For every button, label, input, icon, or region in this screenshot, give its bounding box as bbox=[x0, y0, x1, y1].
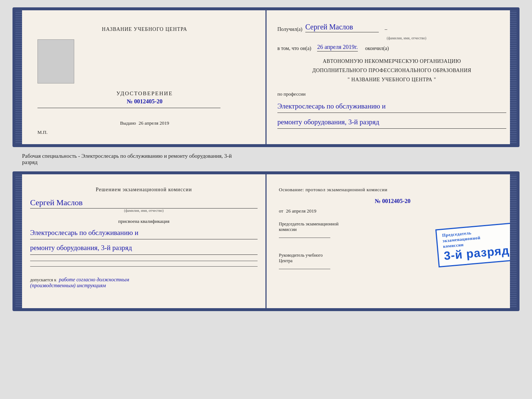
ot-date: 26 апреля 2019 bbox=[286, 208, 316, 214]
udostoverenie-title: УДОСТОВЕРЕНИЕ bbox=[116, 90, 173, 97]
vtom-label: в том, что он(а) bbox=[277, 46, 311, 51]
bottom-profession-line2: ремонту оборудования, 3-й разряд bbox=[30, 242, 258, 254]
number-prefix: № bbox=[127, 98, 133, 104]
ot-line: от 26 апреля 2019 bbox=[279, 208, 506, 214]
bottom-recipient-name: Сергей Маслов bbox=[30, 198, 258, 209]
exam-stamp: Председатель экзаменационной комиссии 3-… bbox=[435, 222, 518, 268]
number-value: 0012405-20 bbox=[134, 98, 162, 104]
bottom-profession-line1: Электрослесарь по обслуживанию и bbox=[30, 227, 258, 239]
bottom-document: Решением экзаменационной комиссии Сергей… bbox=[12, 171, 520, 311]
top-document: НАЗВАНИЕ УЧЕБНОГО ЦЕНТРА УДОСТОВЕРЕНИЕ №… bbox=[12, 7, 520, 147]
bottom-doc-right: Основание: протокол экзаменационной коми… bbox=[268, 174, 517, 308]
profession-line2-top: ремонту оборудования, 3-й разряд bbox=[277, 117, 506, 129]
protocol-value: 0012405-20 bbox=[382, 198, 410, 204]
po-professii-label: по профессии bbox=[277, 91, 506, 97]
bottom-name-hint: (фамилия, имя, отчество) bbox=[30, 209, 258, 213]
org-line2: ДОПОЛНИТЕЛЬНОГО ПРОФЕССИОНАЛЬНОГО ОБРАЗО… bbox=[277, 66, 506, 75]
top-doc-left: НАЗВАНИЕ УЧЕБНОГО ЦЕНТРА УДОСТОВЕРЕНИЕ №… bbox=[15, 10, 266, 144]
poluchil-label: Получил(а) bbox=[277, 26, 302, 32]
name-hint-top: (фамилия, имя, отчество) bbox=[307, 36, 506, 40]
osnovanie-label: Основание: протокол экзаменационной коми… bbox=[279, 187, 506, 193]
top-doc-right: Получил(а) Сергей Маслов – (фамилия, имя… bbox=[266, 10, 517, 144]
resheniem-title: Решением экзаменационной комиссии bbox=[30, 187, 258, 193]
okonchil-label: окончил(а) bbox=[365, 46, 389, 51]
vtom-date: 26 апреля 2019г. bbox=[317, 44, 358, 51]
org-block: АВТОНОМНУЮ НЕКОММЕРЧЕСКУЮ ОРГАНИЗАЦИЮ ДО… bbox=[277, 57, 506, 85]
mp-label: М.П. bbox=[37, 129, 47, 135]
bottom-name-block: Сергей Маслов (фамилия, имя, отчество) bbox=[30, 198, 258, 213]
udostoverenie-number: № 0012405-20 bbox=[116, 98, 173, 105]
top-center-title: НАЗВАНИЕ УЧЕБНОГО ЦЕНТРА bbox=[102, 26, 187, 32]
vydano-date: 26 апреля 2019 bbox=[139, 120, 169, 126]
udostoverenie-block: УДОСТОВЕРЕНИЕ № 0012405-20 bbox=[116, 90, 173, 105]
recipient-name: Сергей Маслов bbox=[305, 23, 379, 32]
org-line1: АВТОНОМНУЮ НЕКОММЕРЧЕСКУЮ ОРГАНИЗАЦИЮ bbox=[277, 57, 506, 66]
vtom-line: в том, что он(а) 26 апреля 2019г. окончи… bbox=[277, 44, 506, 51]
profession-line1-top: Электрослесарь по обслуживанию и bbox=[277, 101, 506, 113]
protocol-number: № 0012405-20 bbox=[279, 198, 506, 204]
bottom-doc-left: Решением экзаменационной комиссии Сергей… bbox=[15, 174, 268, 308]
protocol-prefix: № bbox=[375, 198, 381, 204]
dopuskaetsya-line: допускается к работе согласно должностны… bbox=[30, 277, 258, 289]
vydano-label: Выдано bbox=[120, 120, 136, 126]
dash-symbol: – bbox=[385, 26, 387, 32]
ot-label: от bbox=[279, 208, 283, 214]
between-label: Рабочая специальность - Электрослесарь п… bbox=[22, 153, 232, 165]
prisvoena-label: присвоена квалификация bbox=[30, 218, 258, 224]
dopuskaetsya-label: допускается к bbox=[30, 277, 56, 282]
vydano-line: Выдано 26 апреля 2019 bbox=[120, 120, 169, 126]
poluchil-line: Получил(а) Сергей Маслов – bbox=[277, 23, 506, 32]
org-line3: " НАЗВАНИЕ УЧЕБНОГО ЦЕНТРА " bbox=[277, 75, 506, 84]
photo-placeholder bbox=[37, 39, 74, 83]
